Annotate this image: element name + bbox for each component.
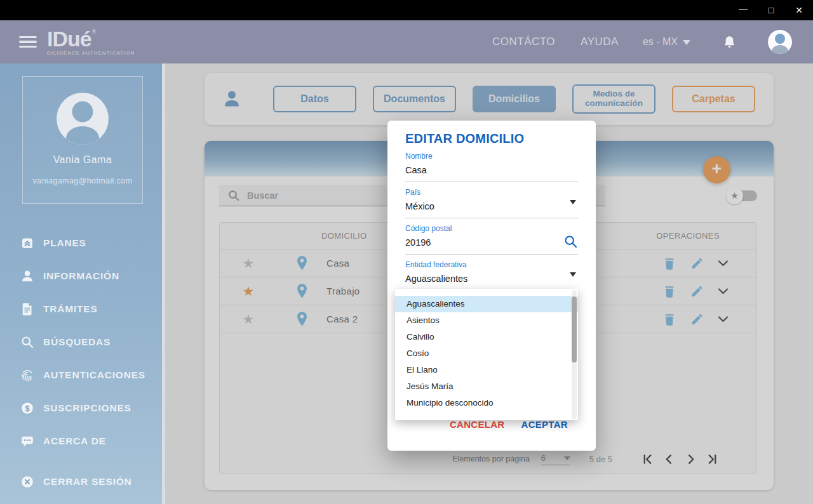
field-codigo-postal: Código postal 20196 [405, 224, 578, 255]
sidebar-item-autenticaciones[interactable]: AUTENTICACIONES [0, 359, 165, 392]
field-label: Entidad federativa [405, 260, 578, 269]
plans-icon [20, 236, 35, 250]
sidebar-item-label: TRÁMITES [43, 303, 98, 315]
municipio-option[interactable]: Calvillo [395, 329, 578, 345]
municipio-option[interactable]: Asientos [395, 312, 578, 329]
menu-icon[interactable] [19, 36, 37, 48]
svg-text:$: $ [25, 404, 30, 413]
notifications-button[interactable] [722, 35, 737, 50]
field-label: Nombre [405, 152, 578, 161]
sidebar-item-label: PLANES [43, 237, 86, 249]
language-selector[interactable]: es - MX [643, 36, 690, 48]
chevron-down-icon[interactable] [570, 272, 576, 280]
sidebar-item-busquedas[interactable]: BÚSQUEDAS [0, 326, 165, 359]
field-nombre: Nombre Casa [405, 152, 578, 182]
language-value: es - MX [643, 36, 678, 48]
window-maximize-button[interactable]: □ [757, 0, 785, 20]
sidebar-item-label: BÚSQUEDAS [43, 336, 111, 348]
nombre-input[interactable]: Casa [405, 165, 578, 176]
sidebar: Vania Gama vaniagamag@hotmail.com PLANES… [0, 63, 165, 504]
municipio-option[interactable]: Jesús María [395, 378, 578, 395]
profile-email: vaniagamag@hotmail.com [33, 176, 133, 185]
profile-card: Vania Gama vaniagamag@hotmail.com [22, 76, 143, 204]
chat-bubble-icon [20, 434, 35, 448]
editar-domicilio-dialog: EDITAR DOMICILIO Nombre Casa País México… [387, 121, 596, 451]
sidebar-item-suscripciones[interactable]: $ SUSCRIPCIONES [0, 392, 165, 425]
sidebar-item-label: CERRAR SESIÓN [43, 476, 132, 487]
sidebar-item-label: SUSCRIPCIONES [43, 402, 131, 414]
brand-logo: IDué ® DILIGENCE AUTHENTICATION [47, 28, 135, 56]
profile-name: Vania Gama [53, 154, 112, 166]
brand-name: IDué [47, 28, 91, 50]
chevron-down-icon[interactable] [570, 200, 576, 208]
person-icon [20, 269, 35, 283]
search-icon [20, 335, 35, 349]
field-label: Código postal [405, 224, 578, 233]
contact-link[interactable]: CONTÁCTO [492, 36, 555, 48]
window-close-button[interactable]: ✕ [785, 0, 813, 20]
postal-code-search-button[interactable] [563, 234, 578, 249]
dialog-title: EDITAR DOMICILIO [405, 131, 578, 146]
window-titlebar: — □ ✕ [0, 0, 813, 20]
help-link[interactable]: AYUDA [581, 36, 619, 48]
user-menu-button[interactable] [767, 29, 793, 55]
subscription-dollar-icon: $ [20, 401, 35, 415]
search-icon [563, 234, 578, 249]
bell-icon [722, 35, 737, 50]
logout-x-icon [20, 475, 35, 489]
field-entidad-federativa: Entidad federativa Aguascalientes [405, 260, 578, 291]
document-icon [20, 302, 35, 316]
sidebar-item-acerca-de[interactable]: ACERCA DE [0, 425, 165, 458]
chevron-down-icon [683, 40, 690, 49]
field-label: País [405, 188, 578, 197]
municipio-option[interactable]: Municipio desconocido [395, 395, 578, 411]
pais-select[interactable]: México [405, 201, 578, 212]
window-minimize-button[interactable]: — [729, 0, 757, 20]
sidebar-item-label: AUTENTICACIONES [43, 369, 145, 381]
main-content: Datos Documentos Domicilios Medios de co… [165, 63, 813, 504]
avatar [767, 29, 793, 55]
municipio-dropdown: Aguascalientes Asientos Calvillo Cosío E… [395, 289, 578, 420]
municipio-option[interactable]: Cosío [395, 345, 578, 362]
municipio-option[interactable]: El Llano [395, 362, 578, 378]
sidebar-item-cerrar-sesion[interactable]: CERRAR SESIÓN [0, 465, 165, 498]
dropdown-scrollbar-thumb[interactable] [572, 296, 577, 362]
sidebar-nav: PLANES INFORMACIÓN TRÁMITES BÚSQUEDAS [0, 227, 165, 498]
sidebar-item-planes[interactable]: PLANES [0, 227, 165, 260]
entidad-federativa-select[interactable]: Aguascalientes [405, 274, 578, 284]
sidebar-item-informacion[interactable]: INFORMACIÓN [0, 260, 165, 293]
codigo-postal-input[interactable]: 20196 [405, 237, 578, 248]
brand-tagline: DILIGENCE AUTHENTICATION [47, 51, 135, 56]
fingerprint-icon [20, 368, 35, 382]
field-pais: País México [405, 188, 578, 218]
registered-mark: ® [92, 29, 97, 35]
profile-avatar [56, 92, 109, 145]
sidebar-item-label: INFORMACIÓN [43, 270, 119, 282]
sidebar-item-label: ACERCA DE [43, 435, 106, 447]
cancel-button[interactable]: CANCELAR [450, 419, 505, 430]
municipio-option[interactable]: Aguascalientes [395, 296, 578, 312]
app-header: IDué ® DILIGENCE AUTHENTICATION CONTÁCTO… [0, 20, 813, 63]
dialog-actions: CANCELAR ACEPTAR [450, 419, 568, 430]
accept-button[interactable]: ACEPTAR [521, 419, 568, 430]
sidebar-item-tramites[interactable]: TRÁMITES [0, 293, 165, 326]
